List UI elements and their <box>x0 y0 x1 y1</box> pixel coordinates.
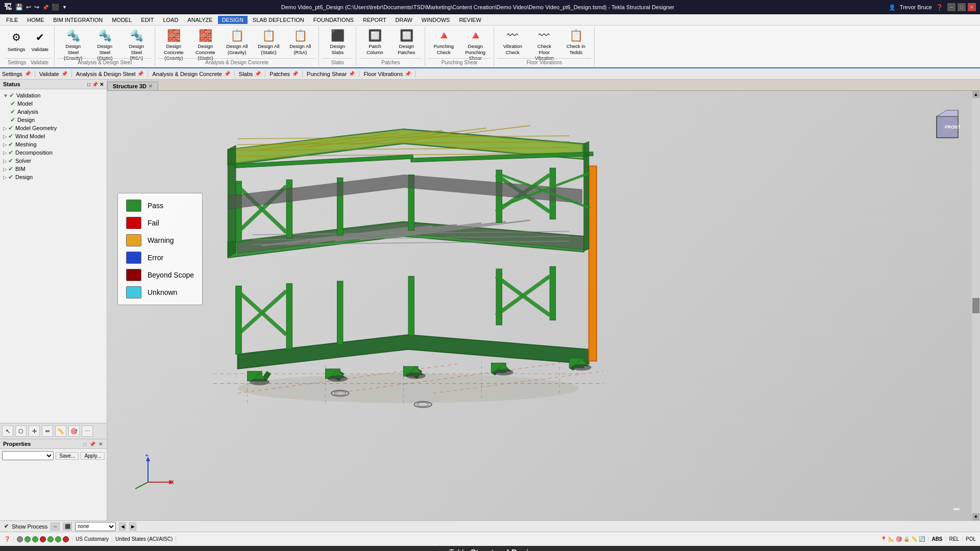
tree-item-design[interactable]: ✔ Design <box>9 116 105 124</box>
properties-dropdown[interactable] <box>2 451 54 460</box>
toolbar-vibrations-pin[interactable]: 📌 <box>405 71 411 77</box>
maximize-button[interactable]: □ <box>958 3 966 11</box>
close-button[interactable]: ✕ <box>968 3 976 11</box>
nav-cube[interactable]: FRONT <box>929 106 970 147</box>
menu-load[interactable]: LOAD <box>159 16 182 24</box>
process-tool2[interactable]: ⬛ <box>63 522 72 531</box>
menu-bim[interactable]: BIM INTEGRATION <box>49 16 107 24</box>
rel-button-item[interactable]: REL <box>949 536 963 542</box>
rel-button[interactable]: REL <box>949 536 959 542</box>
pol-button[interactable]: POL <box>966 536 976 542</box>
props-float-button[interactable]: □ <box>82 441 87 447</box>
tree-item-design-root[interactable]: ▷ ✔ Design <box>2 173 105 181</box>
design-steel-rsa-button[interactable]: 🔩 Design Steel (RSA) <box>121 28 152 56</box>
menu-report[interactable]: REPORT <box>359 16 390 24</box>
quick-access-undo[interactable]: ↩ <box>26 4 31 11</box>
validate-button[interactable]: ✔ Validate <box>29 28 51 56</box>
design-steel-gravity-button[interactable]: 🔩 Design Steel (Gravity) <box>58 28 88 56</box>
window-controls[interactable]: ─ □ ✕ <box>947 3 976 11</box>
right-scrollbar[interactable]: ▲ ▼ <box>972 91 980 520</box>
tool-extra[interactable]: ⋯ <box>82 425 93 437</box>
tree-item-analysis[interactable]: ✔ Analysis <box>9 108 105 116</box>
tool-select[interactable]: ↖ <box>2 425 13 437</box>
quick-access-dropdown[interactable]: ▼ <box>62 5 67 10</box>
settings-button[interactable]: ⚙ Settings <box>5 28 28 56</box>
status-pin-button[interactable]: 📌 <box>92 82 98 87</box>
process-next-button[interactable]: ▶ <box>129 522 136 531</box>
scroll-up-button[interactable]: ▲ <box>972 91 979 98</box>
design-punching-shear-button[interactable]: 🔺 Design Punching Shear <box>460 28 491 56</box>
quick-access-redo[interactable]: ↪ <box>34 4 39 11</box>
menu-edit[interactable]: EDIT <box>137 16 158 24</box>
tree-item-validation[interactable]: ▼ ✔ Validation <box>2 91 105 99</box>
show-process-check[interactable]: ✔ <box>4 523 9 530</box>
tree-item-bim[interactable]: ▷ ✔ BIM <box>2 165 105 173</box>
patch-column-button[interactable]: 🔲 Patch Column <box>359 28 390 56</box>
design-concrete-gravity-button[interactable]: 🧱 Design Concrete (Gravity) <box>158 28 189 56</box>
quick-access-stop[interactable]: ⬛ <box>52 4 59 11</box>
status-circle-4 <box>40 536 46 542</box>
tree-item-decomposition[interactable]: ▷ ✔ Decomposition <box>2 148 105 157</box>
tree-item-model[interactable]: ✔ Model <box>9 99 105 108</box>
menu-draw[interactable]: DRAW <box>391 16 416 24</box>
design-concrete-static-button[interactable]: 🧱 Design Concrete (Static) <box>190 28 220 56</box>
abs-button[interactable]: ABS <box>932 536 942 542</box>
scroll-down-button[interactable]: ▼ <box>972 513 979 520</box>
quick-access-extra[interactable]: 📌 <box>42 5 48 10</box>
menu-windows[interactable]: WINDOWS <box>418 16 454 24</box>
design-steel-static-button[interactable]: 🔩 Design Steel (Static) <box>89 28 120 56</box>
toolbar-validate-pin[interactable]: 📌 <box>61 71 67 77</box>
props-close-button[interactable]: ✕ <box>97 441 104 447</box>
tree-item-meshing[interactable]: ▷ ✔ Meshing <box>2 140 105 148</box>
menu-slab-deflection[interactable]: SLAB DEFLECTION <box>249 16 308 24</box>
toolbar-punching-pin[interactable]: 📌 <box>349 71 355 77</box>
menu-model[interactable]: MODEL <box>108 16 136 24</box>
design-slabs-button[interactable]: ⬛ Design Slabs <box>322 28 353 56</box>
pol-button-item[interactable]: POL <box>966 536 976 542</box>
punching-check-button[interactable]: 🔺 Punching Check <box>428 28 459 56</box>
props-pin-button[interactable]: 📌 <box>88 441 96 447</box>
design-all-gravity-button[interactable]: 📋 Design All (Gravity) <box>222 28 252 56</box>
tree-item-wind-model[interactable]: ▷ ✔ Wind Model <box>2 132 105 140</box>
toolbar-concrete-pin[interactable]: 📌 <box>224 71 230 77</box>
tree-item-model-geometry[interactable]: ▷ ✔ Model Geometry <box>2 124 105 132</box>
toolbar-steel-pin[interactable]: 📌 <box>137 71 143 77</box>
menu-review[interactable]: REVIEW <box>455 16 485 24</box>
tool-area-select[interactable]: ⬡ <box>15 425 27 437</box>
process-dropdown[interactable]: none <box>75 522 116 531</box>
status-close-button[interactable]: ✕ <box>100 82 104 87</box>
vibration-check-button[interactable]: 〰 Vibration Check <box>497 28 528 56</box>
check-in-tedds-button[interactable]: 📋 Check in Tedds <box>560 28 591 56</box>
help-status-icon[interactable]: ❓ <box>4 536 10 542</box>
design-all-static-button[interactable]: 📋 Design All (Static) <box>253 28 284 56</box>
tool-snap[interactable]: 🎯 <box>68 425 80 437</box>
design-all-rsa-button[interactable]: 📋 Design All (RSA) <box>285 28 315 56</box>
toolbar-patches-pin[interactable]: 📌 <box>292 71 298 77</box>
help-icon[interactable]: ❓ <box>936 4 943 11</box>
toolbar-settings-pin[interactable]: 📌 <box>24 71 31 77</box>
design-patches-button[interactable]: 🔲 Design Patches <box>391 28 422 56</box>
tool-measure[interactable]: 📏 <box>55 425 66 437</box>
props-save-button[interactable]: Save... <box>56 452 79 460</box>
menu-analyze[interactable]: ANALYZE <box>183 16 216 24</box>
process-prev-button[interactable]: ◀ <box>119 522 126 531</box>
quick-access-save[interactable]: 💾 <box>15 4 23 11</box>
structure-3d-view[interactable]: FRONT <box>107 91 980 520</box>
menu-design[interactable]: DESIGN <box>218 16 248 24</box>
status-float-button[interactable]: □ <box>87 82 90 87</box>
props-apply-button[interactable]: Apply... <box>81 452 105 460</box>
minimize-button[interactable]: ─ <box>947 3 955 11</box>
abs-button-item[interactable]: ABS <box>932 536 946 542</box>
tool-move[interactable]: ✛ <box>29 425 40 437</box>
menu-foundations[interactable]: FOUNDATIONS <box>309 16 358 24</box>
toolbar-slabs-pin[interactable]: 📌 <box>255 71 261 77</box>
process-tool1[interactable]: ↔ <box>51 522 60 531</box>
menu-file[interactable]: FILE <box>2 16 22 24</box>
menu-home[interactable]: HOME <box>23 16 48 24</box>
tool-draw[interactable]: ✏ <box>42 425 53 437</box>
tab-structure-3d-close[interactable]: ✕ <box>149 84 153 89</box>
tree-item-solver[interactable]: ▷ ✔ Solver <box>2 157 105 165</box>
check-floor-vibration-button[interactable]: 〰 Check Floor Vibration <box>529 28 559 56</box>
scroll-thumb[interactable] <box>972 298 979 313</box>
tab-structure-3d[interactable]: Structure 3D ✕ <box>107 82 158 90</box>
